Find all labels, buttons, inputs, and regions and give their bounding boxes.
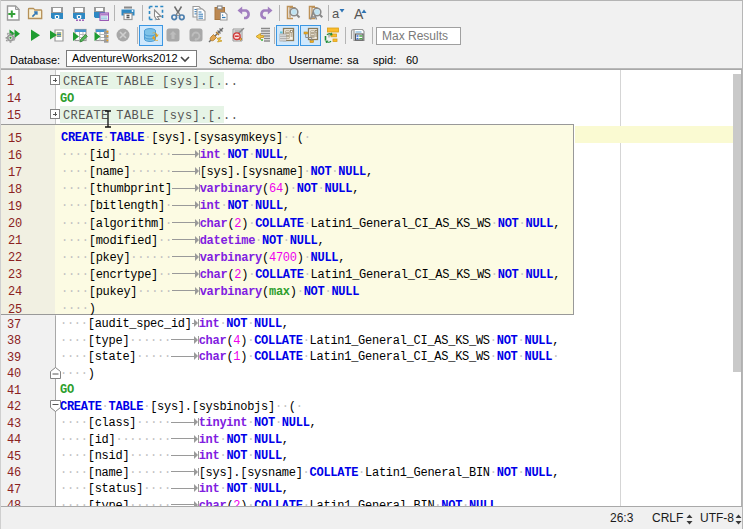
svg-text:a: a: [332, 6, 340, 21]
svg-text:A: A: [354, 6, 364, 21]
